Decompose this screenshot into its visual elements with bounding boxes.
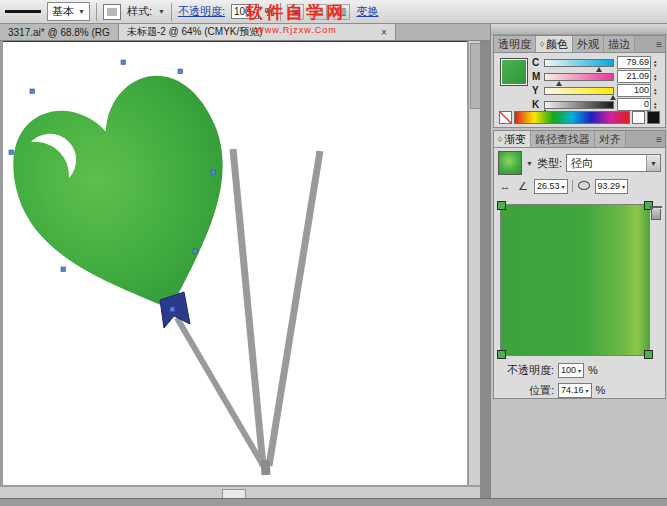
cyan-value-input[interactable]: 79.69: [617, 56, 651, 69]
heart-balloon[interactable]: [3, 60, 269, 345]
gradient-stop[interactable]: [497, 350, 506, 359]
anchor-point[interactable]: [121, 60, 126, 65]
panel-menu-icon[interactable]: ≡: [653, 36, 665, 52]
channel-label: M: [532, 71, 541, 82]
stop-opacity-input[interactable]: 100 ▾: [558, 363, 584, 378]
gradient-type-select[interactable]: 径向 ▼: [566, 154, 661, 172]
panel-menu-icon[interactable]: ≡: [653, 131, 665, 147]
black-row: K 0 ▴▾: [532, 98, 661, 111]
illustrator-window: 基本 ▼ 样式: ▼ 不透明度: 100 ▸ % ▣ ▤ ▥ 变换 软件自学网 …: [0, 0, 667, 506]
yellow-value-input[interactable]: 100: [617, 84, 651, 97]
opacity-link[interactable]: 不透明度:: [178, 4, 225, 19]
gradient-stop[interactable]: [644, 350, 653, 359]
separator: [171, 3, 172, 21]
gradient-ramp[interactable]: [500, 204, 650, 356]
slider-thumb[interactable]: [596, 67, 602, 72]
yellow-row: Y 100 ▴▾: [532, 84, 661, 97]
anchor-point[interactable]: [30, 89, 35, 94]
tab-align[interactable]: 对齐: [595, 131, 626, 147]
angle-input[interactable]: 26.53 ▾: [534, 179, 568, 194]
magenta-slider[interactable]: [544, 73, 614, 81]
white-swatch[interactable]: [632, 111, 645, 124]
anchor-point[interactable]: [9, 150, 14, 155]
separator: [572, 180, 573, 192]
spinner-icon[interactable]: ▴▾: [654, 87, 661, 95]
brush-definition-dropdown[interactable]: 基本 ▼: [47, 2, 90, 21]
yellow-slider[interactable]: [544, 87, 614, 95]
spinner-icon: ▸: [253, 8, 256, 15]
active-tab-marker-icon: ◊: [540, 40, 544, 49]
channel-label: C: [532, 57, 541, 68]
artwork: [3, 42, 467, 486]
spinner-icon: ▾: [586, 387, 589, 394]
spinner-icon[interactable]: ▴▾: [654, 73, 661, 81]
tab-pathfinder[interactable]: 路径查找器: [531, 131, 595, 147]
cyan-slider[interactable]: [544, 59, 614, 67]
status-bar: [0, 498, 667, 506]
tab-transparency[interactable]: 透明度: [494, 36, 536, 52]
location-label: 位置:: [498, 383, 554, 398]
magenta-row: M 21.09 ▴▾: [532, 70, 661, 83]
document-setup-icon[interactable]: ▣: [287, 4, 304, 20]
style-swatch[interactable]: [103, 4, 121, 20]
gradient-panel-group: ◊ 渐变 路径查找器 对齐 ≡ ▼ 类型: 径向 ▼: [493, 130, 666, 399]
separator: [96, 3, 97, 21]
anchor-point[interactable]: [61, 267, 66, 272]
separator: [280, 3, 281, 21]
slider-thumb[interactable]: [556, 81, 562, 86]
color-panel: C 79.69 ▴▾ M 21.09 ▴▾ Y 100: [493, 52, 666, 128]
none-color-swatch[interactable]: [499, 111, 512, 124]
transform-link[interactable]: 变换: [356, 4, 378, 19]
opacity-input[interactable]: 100 ▸: [231, 4, 259, 19]
anchor-point[interactable]: [178, 69, 183, 74]
reverse-gradient-icon[interactable]: ↔: [498, 180, 512, 192]
gradient-swatch-menu-icon[interactable]: ▼: [526, 160, 533, 167]
panel-tab-bar: ◊ 渐变 路径查找器 对齐 ≡: [493, 130, 666, 147]
artboard[interactable]: [3, 41, 467, 485]
document-tab[interactable]: 3317.ai* @ 68.8% (RG: [0, 24, 119, 40]
document-tab-bar: 3317.ai* @ 68.8% (RG 未标题-2 @ 64% (CMYK/预…: [0, 24, 490, 41]
horizontal-scrollbar[interactable]: [0, 486, 480, 498]
black-value-input[interactable]: 0: [617, 98, 651, 111]
spectrum-row: [499, 111, 660, 123]
fill-color-swatch[interactable]: [500, 58, 528, 86]
anchor-point[interactable]: [170, 307, 175, 312]
balloon-string[interactable]: [269, 151, 320, 466]
opacity-label: 不透明度:: [498, 363, 554, 378]
arrange-icon[interactable]: ▥: [333, 4, 350, 20]
channel-label: Y: [532, 85, 541, 96]
black-slider[interactable]: [544, 101, 614, 109]
panel-dock: 透明度 ◊ 颜色 外观 描边 ≡ C: [490, 24, 667, 498]
tab-gradient[interactable]: ◊ 渐变: [494, 131, 531, 147]
close-icon[interactable]: ×: [381, 27, 387, 38]
style-dropdown-arrow-icon[interactable]: ▼: [158, 8, 165, 15]
stop-location-input[interactable]: 74.16 ▾: [558, 383, 592, 398]
type-label: 类型:: [537, 156, 562, 171]
tab-color[interactable]: ◊ 颜色: [536, 36, 573, 52]
color-panel-group: 透明度 ◊ 颜色 外观 描边 ≡ C: [493, 35, 666, 128]
delete-stop-icon[interactable]: [650, 206, 662, 221]
slider-thumb[interactable]: [610, 95, 616, 100]
spinner-icon[interactable]: ▴▾: [654, 101, 661, 109]
spinner-icon[interactable]: ▴▾: [654, 59, 661, 67]
vertical-scrollbar[interactable]: [468, 41, 480, 485]
control-bar: 基本 ▼ 样式: ▼ 不透明度: 100 ▸ % ▣ ▤ ▥ 变换: [0, 0, 667, 24]
aspect-ratio-input[interactable]: 93.29 ▾: [595, 179, 629, 194]
chevron-down-icon[interactable]: ▼: [646, 155, 660, 171]
panel-tab-bar: 透明度 ◊ 颜色 外观 描边 ≡: [493, 35, 666, 52]
style-label: 样式:: [127, 4, 152, 19]
magenta-value-input[interactable]: 21.09: [617, 70, 651, 83]
tab-stroke[interactable]: 描边: [604, 36, 635, 52]
document-tab-active[interactable]: 未标题-2 @ 64% (CMYK/预览) ×: [119, 24, 396, 40]
anchor-point[interactable]: [193, 249, 198, 254]
stroke-profile-preview[interactable]: [5, 10, 41, 13]
canvas-area: [0, 41, 480, 486]
black-swatch[interactable]: [647, 111, 660, 124]
gradient-stop[interactable]: [497, 201, 506, 210]
anchor-point[interactable]: [211, 170, 216, 175]
gradient-swatch[interactable]: [498, 151, 522, 175]
preferences-icon[interactable]: ▤: [310, 4, 327, 20]
gradient-options-row: ↔ ∠ 26.53 ▾ 93.29 ▾: [498, 178, 661, 194]
tab-appearance[interactable]: 外观: [573, 36, 604, 52]
color-spectrum-bar[interactable]: [514, 111, 630, 124]
